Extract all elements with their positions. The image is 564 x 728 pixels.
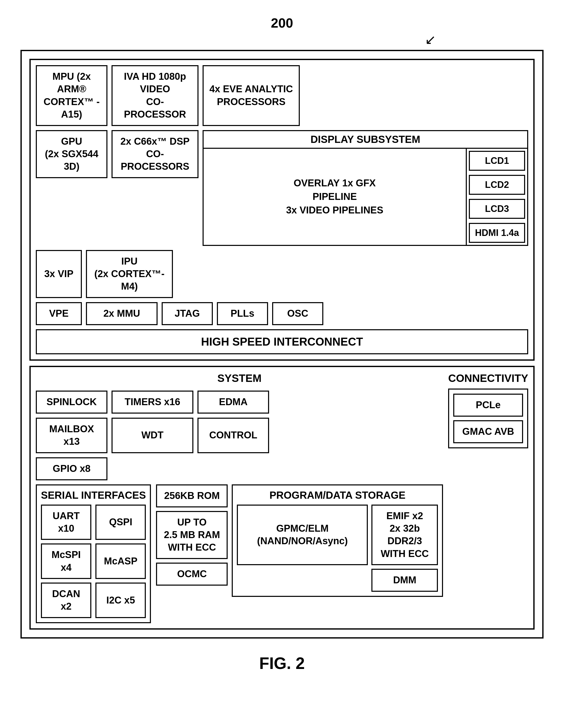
- program-row2: DMM: [237, 569, 438, 592]
- serial-label: SERIAL INTERFACES: [41, 490, 146, 501]
- vpe-block: VPE: [36, 302, 82, 325]
- dsp-block: 2x C66x™ DSP CO-PROCESSORS: [111, 130, 198, 178]
- display-label: DISPLAY SUBSYSTEM: [203, 131, 527, 149]
- system-label: SYSTEM: [36, 372, 443, 386]
- program-inner: GPMC/ELM (NAND/NOR/Async) EMIF x2 2x 32b…: [237, 505, 438, 565]
- lcd1-block: LCD1: [469, 151, 525, 171]
- ipu-block: IPU (2x CORTEX™-M4): [86, 250, 173, 298]
- connectivity-label: CONNECTIVITY: [448, 372, 528, 384]
- lower-section: SYSTEM SPINLOCK TIMERS x16 EDMA MAILBOX …: [29, 366, 535, 630]
- hdmi-block: HDMI 1.4a: [469, 223, 525, 243]
- ram-block: UP TO 2.5 MB RAM WITH ECC: [156, 511, 228, 559]
- program-storage: PROGRAM/DATA STORAGE GPMC/ELM (NAND/NOR/…: [232, 484, 443, 597]
- connectivity-section: CONNECTIVITY PCLe GMAC AVB: [448, 372, 528, 623]
- system-left: SYSTEM SPINLOCK TIMERS x16 EDMA MAILBOX …: [36, 372, 443, 623]
- mcspi-block: McSPI x4: [41, 543, 91, 579]
- overlay-block: OVERLAY 1x GFX PIPELINE 3x VIDEO PIPELIN…: [203, 149, 467, 245]
- osc-block: OSC: [272, 302, 323, 325]
- eve-block: 4x EVE ANALYTIC PROCESSORS: [202, 65, 300, 126]
- upper-section: MPU (2x ARM® CORTEX™ -A15) IVA HD 1080p …: [29, 59, 535, 361]
- mmu-block: 2x MMU: [86, 302, 157, 325]
- serial-row3: DCAN x2 I2C x5: [41, 583, 146, 618]
- dcan-block: DCAN x2: [41, 583, 91, 618]
- dmm-block: DMM: [372, 569, 438, 592]
- ref-number: 200: [271, 16, 293, 30]
- wdt-block: WDT: [111, 418, 193, 453]
- row3: 3x VIP IPU (2x CORTEX™-M4): [36, 250, 528, 298]
- row2: GPU (2x SGX544 3D) 2x C66x™ DSP CO-PROCE…: [36, 130, 528, 246]
- mcasp-block: McASP: [95, 543, 146, 579]
- iva-block: IVA HD 1080p VIDEO CO-PROCESSOR: [111, 65, 198, 126]
- jtag-block: JTAG: [162, 302, 213, 325]
- row4: VPE 2x MMU JTAG PLLs OSC: [36, 302, 528, 325]
- mpu-block: MPU (2x ARM® CORTEX™ -A15): [36, 65, 107, 126]
- serial-section: SERIAL INTERFACES UART x10 QSPI McSPI x4…: [36, 484, 151, 623]
- program-label: PROGRAM/DATA STORAGE: [237, 490, 438, 501]
- memory-top-row: 256KB ROM UP TO 2.5 MB RAM WITH ECC OCMC…: [156, 484, 443, 597]
- lcd3-block: LCD3: [469, 199, 525, 219]
- emif-block: EMIF x2 2x 32b DDR2/3 WITH ECC: [372, 505, 438, 565]
- main-box: MPU (2x ARM® CORTEX™ -A15) IVA HD 1080p …: [20, 50, 544, 639]
- mailbox-block: MAILBOX x13: [36, 418, 107, 453]
- system-row1: SPINLOCK TIMERS x16 EDMA: [36, 391, 443, 414]
- bottom-area: SERIAL INTERFACES UART x10 QSPI McSPI x4…: [36, 484, 443, 623]
- gpio-block: GPIO x8: [36, 457, 107, 480]
- gmac-block: GMAC AVB: [453, 420, 523, 443]
- ocmc-block: OCMC: [156, 563, 228, 586]
- gpmc-block: GPMC/ELM (NAND/NOR/Async): [237, 505, 368, 565]
- serial-row2: McSPI x4 McASP: [41, 543, 146, 579]
- lcd-column: LCD1 LCD2 LCD3 HDMI 1.4a: [467, 149, 527, 245]
- row1: MPU (2x ARM® CORTEX™ -A15) IVA HD 1080p …: [36, 65, 528, 126]
- display-subsystem: DISPLAY SUBSYSTEM OVERLAY 1x GFX PIPELIN…: [202, 130, 528, 246]
- rom-block: 256KB ROM: [156, 484, 228, 507]
- connectivity-blocks: PCLe GMAC AVB: [448, 389, 528, 448]
- fig-label: FIG. 2: [259, 654, 305, 673]
- plls-block: PLLs: [217, 302, 268, 325]
- diagram-container: 200 ↙ MPU (2x ARM® CORTEX™ -A15) IVA HD …: [20, 15, 544, 673]
- system-row3: GPIO x8: [36, 457, 443, 480]
- serial-row1: UART x10 QSPI: [41, 505, 146, 540]
- memory-section: 256KB ROM UP TO 2.5 MB RAM WITH ECC OCMC…: [156, 484, 443, 623]
- timers-block: TIMERS x16: [111, 391, 193, 414]
- hsi-block: HIGH SPEED INTERCONNECT: [36, 329, 528, 354]
- edma-block: EDMA: [197, 391, 269, 414]
- display-inner: OVERLAY 1x GFX PIPELINE 3x VIDEO PIPELIN…: [203, 149, 527, 245]
- pcie-block: PCLe: [453, 394, 523, 417]
- vip-block: 3x VIP: [36, 250, 82, 298]
- spinlock-block: SPINLOCK: [36, 391, 107, 414]
- system-row2: MAILBOX x13 WDT CONTROL: [36, 418, 443, 453]
- gpu-block: GPU (2x SGX544 3D): [36, 130, 107, 178]
- control-block: CONTROL: [197, 418, 269, 453]
- lcd2-block: LCD2: [469, 175, 525, 195]
- ref-arrow: ↙: [20, 32, 544, 47]
- i2c-block: I2C x5: [95, 583, 146, 618]
- qspi-block: QSPI: [95, 505, 146, 540]
- uart-block: UART x10: [41, 505, 91, 540]
